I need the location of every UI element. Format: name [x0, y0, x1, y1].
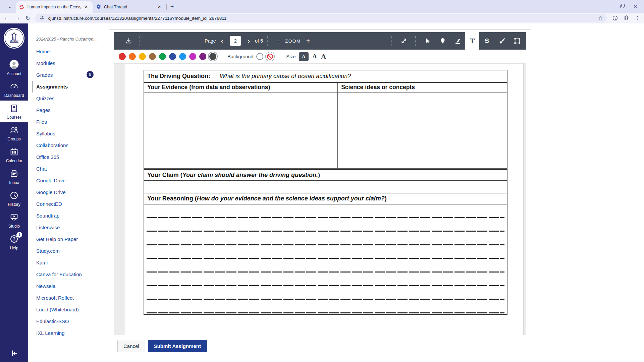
- course-nav-item-google-drive[interactable]: Google Drive: [36, 175, 103, 186]
- color-swatch-9[interactable]: [209, 53, 216, 60]
- zoom-in-icon[interactable]: +: [302, 32, 314, 50]
- highlighter-icon[interactable]: [450, 32, 465, 50]
- color-swatch-3[interactable]: [149, 53, 156, 60]
- pdf-page[interactable]: The Driving Question: What is the primar…: [125, 64, 523, 335]
- course-nav-item-ixl-learning[interactable]: IXL Learning: [36, 327, 103, 339]
- course-nav-item-edulastic-sso[interactable]: Edulastic-SSO: [36, 315, 103, 327]
- tab-close-icon[interactable]: ✕: [83, 4, 89, 10]
- color-swatch-6[interactable]: [179, 53, 186, 60]
- close-icon[interactable]: ✕: [634, 4, 637, 9]
- page-number-input[interactable]: [230, 36, 241, 46]
- site-settings-icon[interactable]: [39, 15, 45, 21]
- course-nav-item-kami[interactable]: Kami: [36, 257, 103, 268]
- collapse-nav-icon[interactable]: [10, 349, 18, 359]
- text-tool-active[interactable]: T: [465, 32, 479, 50]
- course-nav-item-get-help-on-paper[interactable]: Get Help on Paper: [36, 233, 103, 245]
- text-size-small[interactable]: A: [299, 52, 309, 61]
- cancel-button[interactable]: Cancel: [117, 340, 145, 352]
- claim-answer-cell[interactable]: [144, 181, 507, 193]
- reasoning-blank-line[interactable]: [147, 300, 504, 313]
- reasoning-blank-line[interactable]: [147, 204, 504, 218]
- address-bar[interactable]: cjuhsd.instructure.com/courses/121320/as…: [35, 14, 607, 22]
- minimize-icon[interactable]: —: [606, 4, 610, 9]
- science-answer-cell[interactable]: [337, 93, 507, 168]
- globe-cursor-icon[interactable]: [612, 15, 618, 21]
- color-swatch-4[interactable]: [159, 53, 166, 60]
- reasoning-blank-line[interactable]: [147, 232, 504, 245]
- course-nav-item-chat[interactable]: Chat: [36, 163, 103, 175]
- global-nav-item-dashboard[interactable]: Dashboard: [0, 79, 28, 101]
- reasoning-answer-area[interactable]: [144, 204, 507, 314]
- course-nav-item-office-365[interactable]: Office 365: [36, 151, 103, 163]
- color-swatch-1[interactable]: [129, 53, 136, 60]
- text-size-medium[interactable]: A: [313, 53, 317, 60]
- select-cursor-icon[interactable]: [420, 32, 435, 50]
- prev-page-icon[interactable]: ‹: [216, 32, 228, 50]
- next-page-icon[interactable]: ›: [243, 32, 255, 50]
- restore-icon[interactable]: [620, 4, 624, 9]
- download-icon[interactable]: [123, 32, 135, 50]
- text-size-large[interactable]: A: [321, 52, 326, 61]
- color-swatch-7[interactable]: [189, 53, 196, 60]
- brush-tool-icon[interactable]: [494, 32, 509, 50]
- new-tab-button[interactable]: +: [167, 2, 177, 11]
- forward-icon[interactable]: →: [15, 15, 20, 21]
- course-nav-item-soundtrap[interactable]: Soundtrap: [36, 210, 103, 222]
- zoom-out-icon[interactable]: −: [272, 32, 284, 50]
- global-nav-item-groups[interactable]: Groups: [0, 122, 28, 144]
- course-nav-item-modules[interactable]: Modules: [36, 57, 103, 69]
- course-nav-item-pages[interactable]: Pages: [36, 104, 103, 116]
- submit-assignment-button[interactable]: Submit Assignment: [148, 340, 207, 352]
- evidence-answer-cell[interactable]: [144, 93, 337, 168]
- course-nav-item-microsoft-reflect[interactable]: Microsoft Reflect: [36, 292, 103, 304]
- background-white-option[interactable]: [256, 53, 263, 60]
- shape-tool-icon[interactable]: [509, 32, 525, 50]
- back-icon[interactable]: ←: [4, 15, 9, 21]
- tab-close-icon[interactable]: ✕: [156, 4, 162, 10]
- global-nav-item-account[interactable]: Account: [0, 56, 28, 79]
- reasoning-blank-line[interactable]: [147, 273, 504, 286]
- course-nav-item-study-com[interactable]: Study.com: [36, 245, 103, 257]
- course-nav-item-connected[interactable]: ConnectED: [36, 198, 103, 210]
- course-nav-item-home[interactable]: Home: [36, 46, 103, 57]
- browser-tab-1[interactable]: Human Impacts on the Ecosys ✕: [16, 1, 93, 13]
- color-swatch-0[interactable]: [119, 53, 126, 60]
- course-nav-item-google-drive[interactable]: Google Drive: [36, 186, 103, 198]
- url-text[interactable]: cjuhsd.instructure.com/courses/121320/as…: [48, 16, 595, 21]
- course-nav-item-newsela[interactable]: Newsela: [36, 280, 103, 292]
- course-nav-item-canva-for-education[interactable]: Canva for Education: [36, 268, 103, 280]
- color-swatch-2[interactable]: [139, 53, 146, 60]
- global-nav-item-studio[interactable]: Studio: [0, 209, 28, 231]
- global-nav-item-courses[interactable]: Courses: [0, 101, 28, 122]
- course-nav-item-lucid-whiteboard-[interactable]: Lucid (Whiteboard): [36, 304, 103, 315]
- strikethrough-tool-icon[interactable]: S: [479, 32, 494, 50]
- global-nav-item-calendar[interactable]: Calendar: [0, 144, 28, 166]
- extensions-puzzle-icon[interactable]: [624, 15, 630, 21]
- course-nav-item-quizzes[interactable]: Quizzes: [36, 93, 103, 104]
- background-none-option[interactable]: [266, 53, 274, 60]
- browser-menu-icon[interactable]: ⋮: [635, 15, 640, 21]
- course-nav-item-grades[interactable]: Grades8: [36, 69, 103, 81]
- browser-tab-2[interactable]: ★ Chat Thread ✕: [93, 1, 166, 13]
- tab-search-button[interactable]: ⌄: [5, 1, 15, 11]
- course-nav-item-assignments[interactable]: Assignments: [33, 81, 100, 93]
- global-nav-item-inbox[interactable]: Inbox: [0, 166, 28, 188]
- course-nav-item-collaborations[interactable]: Collaborations: [36, 139, 103, 151]
- global-nav-item-history[interactable]: History: [0, 188, 28, 209]
- reload-icon[interactable]: ↻: [25, 15, 30, 21]
- comment-pin-icon[interactable]: [435, 32, 450, 50]
- color-swatch-8[interactable]: [199, 53, 206, 60]
- global-nav-item-help[interactable]: ?Help1: [0, 231, 28, 253]
- fullscreen-expand-icon[interactable]: [396, 32, 411, 50]
- reasoning-blank-line[interactable]: [147, 259, 504, 273]
- course-nav-item-syllabus[interactable]: Syllabus: [36, 128, 103, 139]
- bookmark-star-icon[interactable]: ☆: [598, 15, 603, 21]
- viewer-right-gutter[interactable]: [523, 64, 526, 335]
- color-swatch-5[interactable]: [169, 53, 176, 60]
- reasoning-blank-line[interactable]: [147, 245, 504, 259]
- cjuhsd-logo[interactable]: CJUHSD: [3, 23, 25, 56]
- reasoning-blank-line[interactable]: [147, 218, 504, 232]
- course-nav-item-listenwise[interactable]: Listenwise: [36, 222, 103, 233]
- reasoning-blank-line[interactable]: [147, 286, 504, 300]
- course-nav-item-files[interactable]: Files: [36, 116, 103, 128]
